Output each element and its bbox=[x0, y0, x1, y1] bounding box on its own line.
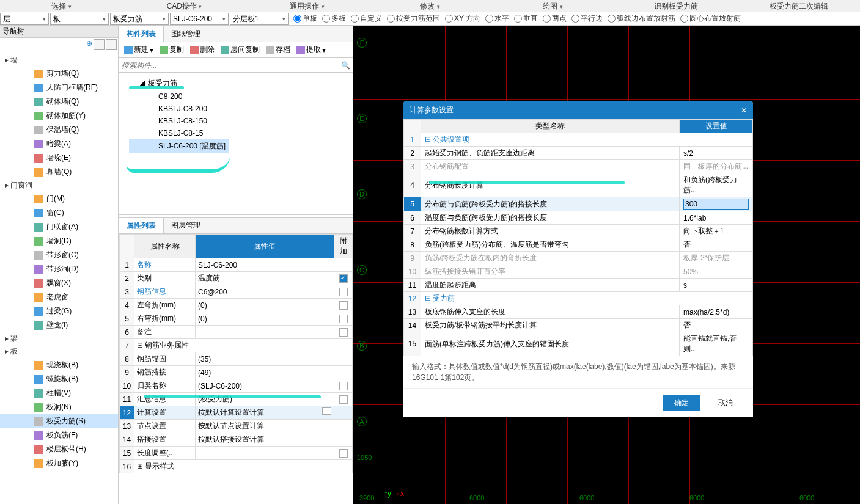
floor-dropdown[interactable]: 层▾ bbox=[0, 13, 49, 25]
checkbox[interactable] bbox=[339, 328, 348, 337]
dialog-header[interactable]: 计算参数设置 ✕ bbox=[403, 101, 753, 119]
checkbox[interactable] bbox=[339, 274, 348, 283]
prop-value-cell[interactable]: (0) bbox=[196, 299, 334, 312]
prop-add-cell[interactable] bbox=[334, 285, 353, 299]
cancel-button[interactable]: 取消 bbox=[707, 395, 744, 411]
prop-value-cell[interactable]: (SLJ-C6-200) bbox=[196, 379, 334, 393]
prop-add-cell[interactable] bbox=[334, 299, 353, 312]
param-row[interactable]: 10 纵筋搭接接头错开百分率50% bbox=[404, 265, 753, 279]
prop-add-cell[interactable] bbox=[334, 379, 353, 393]
col-setval[interactable]: 设置值 bbox=[680, 120, 753, 133]
param-row[interactable]: 1⊟ 公共设置项 bbox=[404, 133, 753, 147]
menu-select[interactable]: 选择 ▾ bbox=[0, 0, 123, 12]
nav-item[interactable]: 螺旋板(B) bbox=[0, 372, 118, 386]
prop-add-cell[interactable] bbox=[334, 420, 353, 433]
radio-8[interactable]: 平行边 bbox=[571, 13, 603, 24]
nav-item[interactable]: 窗(C) bbox=[0, 206, 118, 220]
nav-item[interactable]: 幕墙(Q) bbox=[0, 165, 118, 179]
property-row[interactable]: 12 计算设置按默认计算设置计算⋯ bbox=[120, 406, 353, 420]
prop-value-cell[interactable]: SLJ-C6-200 bbox=[196, 258, 334, 272]
radio-input[interactable] bbox=[514, 15, 522, 23]
property-row[interactable]: 10 归类名称(SLJ-C6-200) bbox=[120, 379, 353, 393]
radio-9[interactable]: 弧线边布置放射筋 bbox=[608, 13, 675, 24]
col-type[interactable]: 类型名称 bbox=[421, 120, 680, 133]
param-row[interactable]: 9 负筋/跨板受力筋在板内的弯折长度板厚-2*保护层 bbox=[404, 252, 753, 265]
prop-value-cell[interactable]: 按默认节点设置计算 bbox=[196, 420, 334, 433]
new-button[interactable]: 新建 ▾ bbox=[124, 45, 153, 55]
param-row[interactable]: 11 温度筋起步距离s bbox=[404, 279, 753, 292]
copy-button[interactable]: 复制 bbox=[160, 45, 184, 55]
menu-recognize[interactable]: 识别板受力筋 bbox=[614, 0, 737, 12]
prop-value-cell[interactable]: (35) bbox=[196, 352, 334, 366]
prop-value-cell[interactable]: (49) bbox=[196, 366, 334, 379]
radio-input[interactable] bbox=[387, 15, 395, 23]
nav-item[interactable]: 现浇板(B) bbox=[0, 358, 118, 372]
ellipsis-button[interactable]: ⋯ bbox=[322, 407, 331, 415]
radio-0[interactable]: 单板 bbox=[293, 13, 317, 24]
nav-tree[interactable]: ▸ 墙剪力墙(Q)人防门框墙(RF)砌体墙(Q)砌体加筋(Y)保温墙(Q)暗梁(… bbox=[0, 51, 118, 504]
nav-item[interactable]: 暗梁(A) bbox=[0, 137, 118, 151]
category-dropdown[interactable]: 板▾ bbox=[50, 13, 109, 25]
property-row[interactable]: 5右弯折(mm)(0) bbox=[120, 312, 353, 326]
prop-value-cell[interactable]: 按默认计算设置计算⋯ bbox=[196, 406, 334, 420]
nav-item[interactable]: 飘窗(X) bbox=[0, 276, 118, 290]
property-row[interactable]: 7⊟ 钢筋业务属性 bbox=[120, 339, 353, 352]
nav-item[interactable]: 门联窗(A) bbox=[0, 220, 118, 234]
param-row[interactable]: 8 负筋(跨板受力筋)分布筋、温度筋是否带弯勾否 bbox=[404, 238, 753, 252]
param-value-cell[interactable]: 否 bbox=[680, 319, 753, 332]
nav-group[interactable]: ▸ 墙 bbox=[0, 54, 118, 67]
param-row[interactable]: 5 分布筋与负筋(跨板受力筋)的搭接长度 bbox=[404, 197, 753, 211]
param-row[interactable]: 13 板底钢筋伸入支座的长度max(ha/2,5*d) bbox=[404, 305, 753, 319]
comp-tree-item[interactable]: KBSLJ-C8-200 bbox=[129, 103, 348, 115]
checkbox[interactable] bbox=[339, 395, 348, 404]
nav-group[interactable]: ▸ 梁 bbox=[0, 332, 118, 345]
prop-value-cell[interactable]: 温度筋 bbox=[196, 272, 334, 285]
prop-add-cell[interactable] bbox=[334, 312, 353, 326]
param-value-cell[interactable]: 板厚-2*保护层 bbox=[680, 252, 753, 265]
param-value-cell[interactable]: 向下取整＋1 bbox=[680, 225, 753, 238]
ok-button[interactable]: 确定 bbox=[663, 395, 700, 411]
param-value-cell[interactable]: 能直锚就直锚,否则... bbox=[680, 332, 753, 356]
layer-copy-button[interactable]: 层间复制 bbox=[221, 45, 260, 55]
comp-tree-item[interactable]: KBSLJ-C8-150 bbox=[129, 115, 348, 127]
param-value-cell[interactable]: s/2 bbox=[680, 147, 753, 160]
property-row[interactable]: 11 汇总信息(板受力筋) bbox=[120, 393, 353, 406]
tab-layer-mgmt[interactable]: 图层管理 bbox=[164, 218, 208, 233]
menu-modify[interactable]: 修改 ▾ bbox=[369, 0, 491, 12]
radio-input[interactable] bbox=[608, 15, 616, 23]
checkbox[interactable] bbox=[339, 288, 348, 296]
nav-item[interactable]: 保温墙(Q) bbox=[0, 123, 118, 137]
property-row[interactable]: 9 钢筋搭接(49) bbox=[120, 366, 353, 379]
tab-property-list[interactable]: 属性列表 bbox=[119, 218, 164, 233]
radio-1[interactable]: 多板 bbox=[322, 13, 346, 24]
param-value-cell[interactable]: 50% bbox=[680, 265, 753, 279]
prop-add-cell[interactable] bbox=[334, 433, 353, 447]
radio-input[interactable] bbox=[485, 15, 493, 23]
nav-item[interactable]: 带形洞(D) bbox=[0, 262, 118, 276]
nav-item[interactable]: 门(M) bbox=[0, 192, 118, 206]
radio-input[interactable] bbox=[445, 15, 453, 23]
checkbox[interactable] bbox=[339, 315, 348, 323]
param-value-cell[interactable]: 和负筋(跨板受力筋... bbox=[680, 173, 753, 197]
prop-value-cell[interactable]: (板受力筋) bbox=[196, 393, 334, 406]
prop-add-cell[interactable] bbox=[334, 272, 353, 285]
checkbox[interactable] bbox=[339, 449, 348, 458]
nav-item[interactable]: 墙洞(D) bbox=[0, 234, 118, 248]
nav-item[interactable]: 带形窗(C) bbox=[0, 248, 118, 262]
menu-secondary-edit[interactable]: 板受力筋二次编辑 bbox=[737, 0, 860, 12]
property-row[interactable]: 8 钢筋锚固(35) bbox=[120, 352, 353, 366]
prop-value-cell[interactable]: 按默认搭接设置计算 bbox=[196, 433, 334, 447]
radio-input[interactable] bbox=[680, 15, 688, 23]
nav-item[interactable]: 砌体墙(Q) bbox=[0, 95, 118, 109]
param-value-cell[interactable]: s bbox=[680, 279, 753, 292]
menu-general[interactable]: 通用操作 ▾ bbox=[246, 0, 369, 12]
param-value-input[interactable] bbox=[683, 199, 749, 210]
prop-value-cell[interactable]: C6@200 bbox=[196, 285, 334, 299]
param-value-cell[interactable]: max(ha/2,5*d) bbox=[680, 305, 753, 319]
prop-add-cell[interactable] bbox=[334, 352, 353, 366]
radio-input[interactable] bbox=[571, 15, 579, 23]
nav-item[interactable]: 板加腋(Y) bbox=[0, 456, 118, 470]
prop-add-cell[interactable] bbox=[334, 366, 353, 379]
tab-drawing-mgmt[interactable]: 图纸管理 bbox=[164, 26, 208, 42]
radio-input[interactable] bbox=[293, 15, 301, 23]
